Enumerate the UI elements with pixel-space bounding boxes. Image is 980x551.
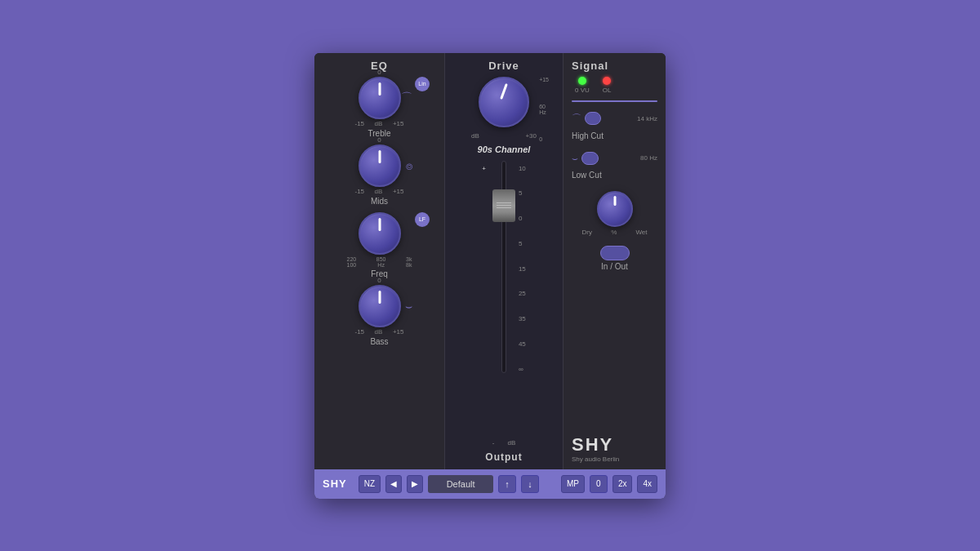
wet-label: Wet (635, 229, 647, 236)
scale-10: 10 (519, 165, 526, 172)
led-green (578, 77, 586, 85)
mids-db-unit: dB (375, 188, 383, 195)
lf-button[interactable]: LF (415, 212, 430, 227)
freq-3k: 3k (406, 256, 412, 262)
high-cut-icon: ⌒ (572, 112, 581, 126)
dry-wet-knob[interactable] (597, 191, 633, 227)
scale-45: 45 (519, 340, 526, 348)
mids-knob-wrapper: 0 ⌾ (359, 144, 401, 187)
pct-label: % (611, 229, 617, 236)
mids-knob-labels: -15 dB +15 (355, 188, 404, 195)
two-x-button[interactable]: 2x (612, 475, 633, 493)
treble-knob-wrapper: 0 ⌒ (359, 77, 401, 119)
next-preset-button[interactable]: ▶ (407, 475, 423, 493)
freq-8k: 8k (406, 262, 412, 268)
scale-5b: 5 (519, 240, 526, 247)
bass-db-right: +15 (393, 328, 404, 335)
drive-title: Drive (488, 60, 519, 72)
mids-label: Mids (371, 197, 388, 206)
low-cut-group: ⌣ 80 Hz Low Cut (572, 152, 657, 181)
mp-button[interactable]: MP (561, 475, 585, 493)
preset-selector[interactable]: Default (428, 475, 493, 493)
fader-db-bottom: dB (507, 439, 515, 447)
low-cut-icon: ⌣ (572, 153, 578, 164)
freq-knob-row (359, 212, 401, 255)
drive-db-right: +30 (525, 132, 537, 140)
scale-inf: ∞ (519, 366, 526, 373)
drive-section: Drive +15 60 Hz 0 dB +30 90s Channel + (445, 53, 564, 469)
mids-knob[interactable] (359, 144, 401, 187)
filter-high-icon: ⌒ (401, 91, 412, 105)
low-cut-button[interactable] (581, 152, 599, 165)
output-label: Output (485, 451, 522, 463)
nz-button[interactable]: NZ (359, 475, 381, 493)
treble-db-left: -15 (355, 120, 365, 127)
vu-label: 0 VU (575, 87, 590, 94)
high-cut-group: ⌒ 14 kHz High Cut (572, 112, 657, 142)
drive-scale-top: +15 (539, 77, 549, 82)
fader-container (492, 161, 515, 373)
bottom-brand: SHY (323, 478, 347, 490)
dry-wet-labels: Dry % Wet (582, 229, 648, 236)
in-out-button[interactable] (600, 246, 630, 260)
freq-group: LF 220 850 3k 100 Hz 8k Freq (323, 212, 436, 278)
vu-row: 0 VU OL (572, 77, 657, 94)
freq-220: 220 (347, 256, 357, 262)
ol-indicator: OL (603, 77, 612, 94)
bass-knob[interactable] (359, 285, 401, 327)
bass-group: 0 ⌣ -15 dB +15 Bass (323, 285, 436, 346)
fader-minus: - (492, 439, 495, 447)
signal-title: Signal (572, 60, 657, 72)
bass-top-label: 0 (377, 277, 381, 284)
high-cut-row: ⌒ 14 kHz (572, 112, 657, 126)
freq-850: 850 (376, 256, 386, 262)
high-cut-button[interactable] (585, 112, 601, 125)
shy-logo: SHY Shy audio Berlin (572, 428, 657, 463)
bottom-bar: SHY NZ ◀ ▶ Default ↑ ↓ MP 0 2x 4x (314, 469, 666, 499)
signal-section: Signal 0 VU OL ⌒ 14 kHz (564, 53, 666, 469)
download-button[interactable]: ↓ (521, 475, 539, 493)
fader-thumb-line-1 (497, 202, 511, 203)
vu-indicator: 0 VU (575, 77, 590, 94)
filter-mid-icon: ⌾ (406, 159, 412, 172)
ol-label: OL (603, 87, 612, 94)
fader-section: + 10 (482, 161, 526, 436)
scale-15: 15 (519, 265, 526, 273)
bass-label: Bass (370, 337, 388, 346)
drive-db-label: dB (471, 132, 479, 140)
scale-35: 35 (519, 315, 526, 322)
in-out-group: In / Out (572, 246, 657, 271)
freq-knob[interactable] (359, 212, 401, 255)
zero-badge[interactable]: 0 (590, 475, 608, 493)
plugin-main: EQ Lin 0 ⌒ -15 dB +15 Treble (314, 53, 666, 469)
drive-scale-bottom: 0 (539, 136, 549, 142)
mids-db-left: -15 (355, 188, 365, 195)
fader-plus: + (482, 165, 486, 172)
dry-wet-group: Dry % Wet (572, 191, 657, 236)
high-cut-freq: 14 kHz (604, 115, 657, 122)
scale-0: 0 (519, 215, 526, 222)
fader-thumb-line-2 (497, 205, 511, 206)
treble-knob[interactable] (359, 77, 401, 119)
high-cut-label: High Cut (572, 131, 604, 140)
bass-knob-wrapper: 0 ⌣ (359, 285, 401, 327)
eq-section: EQ Lin 0 ⌒ -15 dB +15 Treble (314, 53, 445, 469)
fader-thumb[interactable] (492, 189, 515, 222)
signal-line (572, 100, 657, 102)
four-x-button[interactable]: 4x (637, 475, 657, 493)
treble-group: Lin 0 ⌒ -15 dB +15 Treble (323, 77, 436, 138)
plugin-container: EQ Lin 0 ⌒ -15 dB +15 Treble (314, 53, 666, 499)
shy-brand: SHY (572, 434, 657, 455)
in-out-label: In / Out (601, 262, 628, 271)
led-red (603, 77, 611, 85)
shy-brand-sub: Shy audio Berlin (572, 455, 657, 463)
freq-100: 100 (347, 262, 357, 268)
prev-preset-button[interactable]: ◀ (385, 475, 402, 493)
mids-group: 0 ⌾ -15 dB +15 Mids (323, 144, 436, 206)
treble-top-label: 0 (377, 69, 381, 76)
upload-button[interactable]: ↑ (498, 475, 516, 493)
low-cut-row: ⌣ 80 Hz (572, 152, 657, 165)
drive-knob[interactable] (479, 77, 529, 127)
treble-db-unit: dB (375, 120, 383, 127)
lin-button[interactable]: Lin (415, 77, 430, 91)
